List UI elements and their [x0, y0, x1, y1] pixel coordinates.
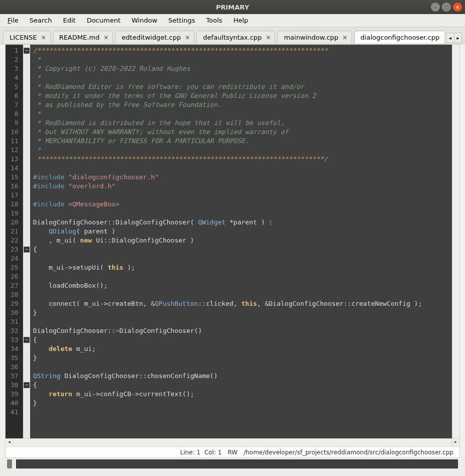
command-bar	[0, 458, 465, 472]
horizontal-scrollbar[interactable]: ◂▸	[6, 438, 459, 446]
fold-toggle-icon[interactable]: −	[24, 382, 30, 388]
status-mode: RW	[227, 449, 238, 456]
vertical-scrollbar[interactable]	[452, 45, 459, 438]
status-line: Line: 1 Col: 1	[180, 449, 222, 456]
close-icon[interactable]: ✕	[185, 34, 190, 41]
menu-window[interactable]: Window	[127, 15, 162, 26]
menubar: FileSearchEditDocumentWindowSettingsTool…	[0, 14, 465, 27]
menu-help[interactable]: Help	[229, 15, 253, 26]
close-button[interactable]: ✕	[453, 3, 462, 12]
tab-mainwindow-cpp[interactable]: mainwindow.cpp✕	[277, 31, 352, 44]
fold-column: −−−−	[23, 45, 30, 438]
tab-edteditwidget-cpp[interactable]: edteditwidget.cpp✕	[115, 31, 194, 44]
tab-defaultsyntax-cpp[interactable]: defaultsyntax.cpp✕	[196, 31, 275, 44]
menu-edit[interactable]: Edit	[58, 15, 80, 26]
minimize-button[interactable]: –	[431, 3, 440, 12]
command-input[interactable]	[16, 459, 458, 468]
tab-scroll-controls: ◂ ▸	[446, 33, 462, 43]
menu-document[interactable]: Document	[82, 15, 125, 26]
tab-label: LICENSE	[10, 34, 37, 41]
tab-label: dialogconfigchooser.cpp	[361, 34, 439, 41]
tab-LICENSE[interactable]: LICENSE✕	[3, 31, 51, 44]
close-icon[interactable]: ✕	[103, 34, 108, 41]
tab-dialogconfigchooser-cpp[interactable]: dialogconfigchooser.cpp✕	[354, 31, 444, 44]
tab-scroll-right[interactable]: ▸	[454, 33, 462, 43]
titlebar: PRIMARY – ▢ ✕	[0, 0, 465, 14]
menu-settings[interactable]: Settings	[164, 15, 199, 26]
menu-tools[interactable]: Tools	[202, 15, 227, 26]
statusbar: Line: 1 Col: 1 RW /home/developer/sf_pro…	[6, 446, 459, 457]
menu-search[interactable]: Search	[25, 15, 57, 26]
tab-label: defaultsyntax.cpp	[203, 34, 262, 41]
editor-frame: 1 2 3 4 5 6 7 8 9 10 11 12 13 14 15 16 1…	[5, 44, 460, 458]
menu-file[interactable]: File	[3, 15, 23, 26]
maximize-button[interactable]: ▢	[442, 3, 451, 12]
close-icon[interactable]: ✕	[266, 34, 271, 41]
fold-toggle-icon[interactable]: −	[24, 337, 30, 343]
tabbar: LICENSE✕README.md✕edteditwidget.cpp✕defa…	[0, 27, 465, 44]
window-title: PRIMARY	[0, 4, 465, 11]
close-icon[interactable]: ✕	[443, 34, 444, 41]
fold-toggle-icon[interactable]: −	[24, 247, 30, 253]
status-path: /home/developer/sf_projects/reddiamond/s…	[244, 449, 453, 456]
line-number-gutter: 1 2 3 4 5 6 7 8 9 10 11 12 13 14 15 16 1…	[6, 45, 23, 438]
tab-scroll-left[interactable]: ◂	[446, 33, 454, 43]
tab-label: edteditwidget.cpp	[122, 34, 181, 41]
tab-label: README.md	[59, 34, 100, 41]
fold-toggle-icon[interactable]: −	[24, 48, 30, 54]
window-controls: – ▢ ✕	[431, 3, 465, 12]
command-handle-icon	[7, 459, 12, 468]
tab-README-md[interactable]: README.md✕	[53, 31, 113, 44]
close-icon[interactable]: ✕	[342, 34, 347, 41]
code-area[interactable]: /***************************************…	[30, 45, 452, 438]
close-icon[interactable]: ✕	[41, 34, 46, 41]
tab-label: mainwindow.cpp	[284, 34, 338, 41]
